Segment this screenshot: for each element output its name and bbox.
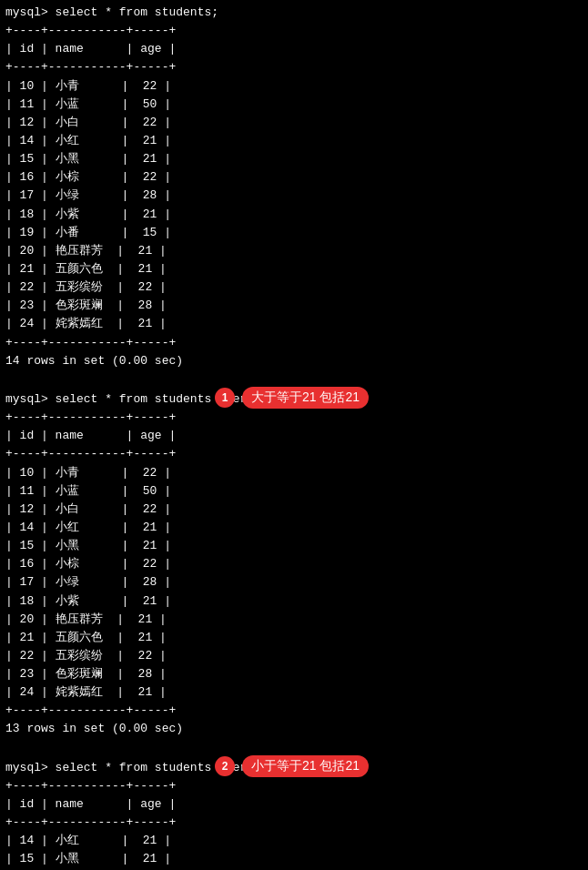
table-row: | 23 | 色彩斑斓 | 28 | xyxy=(5,665,583,683)
table-row: | 10 | 小青 | 22 | xyxy=(5,464,583,482)
table-row: | 18 | 小紫 | 21 | xyxy=(5,592,583,611)
table-row: | 14 | 小红 | 21 | xyxy=(5,132,583,150)
table-row: | 15 | 小黑 | 21 | xyxy=(5,150,583,168)
table-row: | 22 | 五彩缤纷 | 22 | xyxy=(5,647,583,665)
table-row: | 16 | 小棕 | 22 | xyxy=(5,168,583,187)
result-info-1: 14 rows in set (0.00 sec) xyxy=(5,352,583,370)
table-header-sep-3: +----+-----------+-----+ xyxy=(5,814,583,832)
table-row: | 12 | 小白 | 22 | xyxy=(5,114,583,132)
table-row: | 20 | 艳压群芳 | 21 | xyxy=(5,242,583,260)
annotation-badge-2: 2 xyxy=(215,756,235,776)
table-row: | 23 | 色彩斑斓 | 28 | xyxy=(5,297,583,315)
table-row: | 12 | 小白 | 22 | xyxy=(5,501,583,519)
table-row: | 15 | 小黑 | 21 | xyxy=(5,537,583,555)
table-row: | 17 | 小绿 | 28 | xyxy=(5,187,583,205)
table-border-top-1: +----+-----------+-----+ xyxy=(5,22,583,40)
section-3: mysql> select * from students where age … xyxy=(5,759,583,870)
table-row: | 22 | 五彩缤纷 | 22 | xyxy=(5,278,583,297)
table-row: | 21 | 五颜六色 | 21 | xyxy=(5,260,583,278)
table-header-1: | id | name | age | xyxy=(5,40,583,58)
annotation-text-2: 小于等于21 包括21 xyxy=(242,755,369,777)
table-row: | 21 | 五颜六色 | 21 | xyxy=(5,629,583,647)
annotation-text-1: 大于等于21 包括21 xyxy=(242,387,369,409)
table-row: | 19 | 小番 | 15 | xyxy=(5,224,583,242)
table-row: | 24 | 姹紫嫣红 | 21 | xyxy=(5,315,583,333)
annotation-badge-1: 1 xyxy=(215,388,235,408)
table-row: | 14 | 小红 | 21 | xyxy=(5,519,583,537)
table-row: | 10 | 小青 | 22 | xyxy=(5,77,583,96)
table-row: | 15 | 小黑 | 21 | xyxy=(5,850,583,868)
annotation-1: 1 大于等于21 包括21 xyxy=(215,387,369,409)
table-row: | 14 | 小红 | 21 | xyxy=(5,832,583,850)
table-row: | 11 | 小蓝 | 50 | xyxy=(5,482,583,501)
prompt-1: mysql> select * from students; xyxy=(5,4,583,22)
table-footer-1: +----+-----------+-----+ xyxy=(5,334,583,352)
section-1: mysql> select * from students; +----+---… xyxy=(5,4,583,370)
table-border-top-2: +----+-----------+-----+ xyxy=(5,409,583,427)
result-info-2: 13 rows in set (0.00 sec) xyxy=(5,720,583,738)
table-header-sep-2: +----+-----------+-----+ xyxy=(5,445,583,463)
table-row: | 16 | 小棕 | 22 | xyxy=(5,555,583,573)
table-header-sep-1: +----+-----------+-----+ xyxy=(5,58,583,76)
table-row: | 24 | 姹紫嫣红 | 21 | xyxy=(5,683,583,702)
table-row: | 18 | 小紫 | 21 | xyxy=(5,206,583,224)
section-2: mysql> select * from students where age … xyxy=(5,390,583,739)
table-footer-2: +----+-----------+-----+ xyxy=(5,702,583,720)
table-border-top-3: +----+-----------+-----+ xyxy=(5,777,583,795)
table-header-2: | id | name | age | xyxy=(5,427,583,445)
annotation-2: 2 小于等于21 包括21 xyxy=(215,755,369,777)
table-row: | 17 | 小绿 | 28 | xyxy=(5,573,583,592)
table-row: | 20 | 艳压群芳 | 21 | xyxy=(5,611,583,629)
terminal: mysql> select * from students; +----+---… xyxy=(0,0,588,870)
table-header-3: | id | name | age | xyxy=(5,795,583,814)
table-row: | 11 | 小蓝 | 50 | xyxy=(5,96,583,114)
